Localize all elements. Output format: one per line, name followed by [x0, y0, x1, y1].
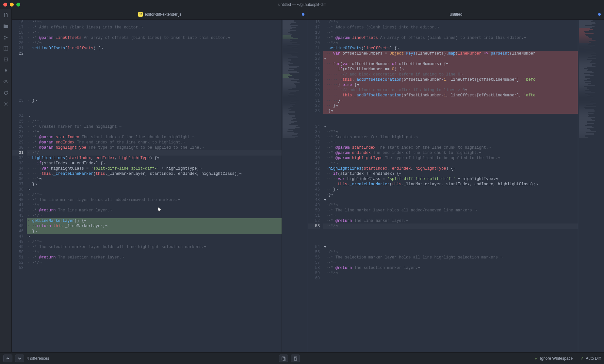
code-line[interactable]: ··setLineOffsets(lineOffsets) {¬ [323, 46, 578, 51]
code-line[interactable]: ···* @param lineOffsets An array of offs… [27, 35, 282, 41]
code-line[interactable]: ···* @param endIndex The end index of th… [323, 150, 578, 156]
code-line[interactable]: ···* @param highlightType The type of hi… [323, 156, 578, 161]
code-line[interactable]: ···* @return The selection marker layer.… [27, 255, 282, 260]
code-line[interactable]: ¬ [323, 124, 578, 129]
code-line[interactable]: ······this._createLineMarker(this._lineM… [323, 182, 578, 187]
code-line[interactable] [323, 229, 578, 234]
code-line[interactable]: ¬ [27, 187, 282, 192]
editor-tab[interactable]: untitled [308, 9, 604, 19]
code-line[interactable] [27, 72, 282, 77]
editor-tab[interactable]: JSeditor-diff-extender.js [12, 9, 308, 19]
code-line[interactable]: ··setLineOffsets(lineOffsets) {¬ [27, 46, 282, 51]
code-line[interactable]: ¬ [323, 197, 578, 203]
code-line[interactable]: ··/**¬ [323, 203, 578, 208]
settings-icon[interactable] [3, 101, 9, 107]
code-line[interactable]: ··/**¬ [27, 192, 282, 197]
code-line[interactable]: ······} else {¬ [323, 82, 578, 88]
code-line[interactable] [323, 119, 578, 124]
code-line[interactable]: ···* @return The selection marker layer.… [323, 265, 578, 271]
code-line[interactable]: ¬ [323, 56, 578, 61]
code-line[interactable]: ···*/¬ [27, 213, 282, 218]
code-line[interactable]: ···* The selection marker layer holds al… [27, 244, 282, 250]
code-line[interactable]: ··/**¬ [323, 129, 578, 135]
code-line[interactable] [27, 67, 282, 72]
code-line[interactable]: ····if(startIndex != endIndex) {¬ [27, 161, 282, 166]
debug-icon[interactable] [3, 56, 9, 63]
code-line[interactable]: ···*/¬ [323, 41, 578, 46]
code-editor[interactable]: 1617181920212223242526272829303132333435… [308, 20, 578, 352]
code-line[interactable]: ··}¬ [27, 98, 282, 103]
code-line[interactable]: ···*¬ [323, 140, 578, 145]
code-line[interactable]: ····}¬ [323, 103, 578, 108]
code-line[interactable]: ······this._createLineMarker(this._lineM… [27, 171, 282, 176]
code-line[interactable] [27, 103, 282, 108]
code-line[interactable] [323, 276, 578, 281]
code-line[interactable]: ········// add block decoration after if… [323, 88, 578, 93]
code-line[interactable]: ··highlightLines(startIndex, endIndex, h… [27, 156, 282, 161]
eye-icon[interactable] [3, 78, 9, 85]
maximize-window-button[interactable] [16, 3, 20, 7]
code-line[interactable] [27, 61, 282, 67]
code-line[interactable]: ··}¬ [27, 229, 282, 234]
code-line[interactable]: ···*¬ [27, 203, 282, 208]
code-line[interactable]: ¬ [323, 244, 578, 250]
code-line[interactable]: ······var highlightClass = 'split-diff-l… [323, 176, 578, 182]
code-line[interactable]: ···*/¬ [323, 271, 578, 276]
copy-left-button[interactable] [279, 355, 288, 362]
code-line[interactable] [27, 93, 282, 98]
code-line[interactable]: ···* Adds offsets (blank lines) into the… [323, 25, 578, 30]
close-window-button[interactable] [3, 3, 7, 7]
code-line[interactable]: ···* @param startIndex The start index o… [323, 145, 578, 150]
code-line[interactable] [27, 88, 282, 93]
code-line[interactable]: ··/**¬ [27, 119, 282, 124]
code-line[interactable]: ···* Creates marker for line highlight.¬ [27, 124, 282, 129]
code-line[interactable] [27, 108, 282, 114]
code-line[interactable]: ···* @param lineOffsets An array of offs… [323, 35, 578, 41]
code-line[interactable]: ···* @param startIndex The start index o… [27, 135, 282, 140]
code-line[interactable]: ···*/¬ [323, 223, 578, 229]
code-line[interactable]: ······var highlightClass = 'split-diff-l… [27, 166, 282, 171]
code-line[interactable]: ···* The line marker layer holds all add… [323, 208, 578, 213]
code-line[interactable] [323, 239, 578, 244]
code-line[interactable]: ··/**¬ [323, 20, 578, 25]
folder-icon[interactable] [3, 23, 9, 29]
code-line[interactable]: ····var offsetLineNumbers = Object.keys(… [323, 51, 578, 56]
code-line[interactable]: ······}¬ [323, 98, 578, 103]
minimap[interactable] [282, 20, 308, 352]
code-line[interactable] [27, 56, 282, 61]
code-line[interactable]: ····return this._lineMarkerLayer;¬ [27, 223, 282, 229]
code-line[interactable]: ···* The line marker layer holds all add… [27, 197, 282, 203]
code-line[interactable]: ···*/¬ [27, 41, 282, 46]
code-line[interactable]: ···* Creates marker for line highlight.¬ [323, 135, 578, 140]
code-line[interactable]: ··/**¬ [27, 239, 282, 244]
file-icon[interactable] [3, 12, 9, 18]
ignore-whitespace-toggle[interactable]: ✓ Ignore Whitespace [535, 356, 573, 361]
refresh-icon[interactable] [3, 90, 9, 96]
code-line[interactable]: ···* Adds offsets (blank lines) into the… [27, 25, 282, 30]
code-line[interactable]: ······if(offsetLineNumber == 0) {¬ [323, 67, 578, 72]
code-line[interactable]: ··}¬ [323, 192, 578, 197]
code-line[interactable]: ···* @return The line marker layer.¬ [323, 218, 578, 223]
code-line[interactable] [323, 114, 578, 119]
code-line[interactable]: ····}¬ [323, 187, 578, 192]
code-line[interactable] [27, 51, 282, 56]
code-line[interactable]: ····if(startIndex != endIndex) {¬ [323, 171, 578, 176]
code-line[interactable]: ¬ [27, 114, 282, 119]
code-line[interactable]: ··}¬ [323, 108, 578, 114]
code-line[interactable]: ··highlightLines(startIndex, endIndex, h… [323, 166, 578, 171]
code-line[interactable]: ···*¬ [323, 30, 578, 35]
code-line[interactable] [27, 265, 282, 271]
minimize-window-button[interactable] [10, 3, 14, 7]
copy-right-button[interactable] [291, 355, 300, 362]
code-line[interactable]: ···*/¬ [323, 161, 578, 166]
code-line[interactable]: ··}¬ [27, 182, 282, 187]
code-line[interactable] [27, 77, 282, 82]
code-line[interactable]: ··/**¬ [27, 20, 282, 25]
auto-diff-toggle[interactable]: ✓ Auto Diff [580, 356, 601, 361]
code-line[interactable]: ··/**¬ [323, 250, 578, 255]
code-line[interactable]: ········this._addOffsetDecoration(offset… [323, 77, 578, 82]
code-line[interactable]: ···* The selection marker layer holds al… [323, 255, 578, 260]
code-line[interactable]: ¬ [27, 234, 282, 239]
code-line[interactable]: ···*/ [27, 150, 282, 156]
code-line[interactable] [323, 234, 578, 239]
